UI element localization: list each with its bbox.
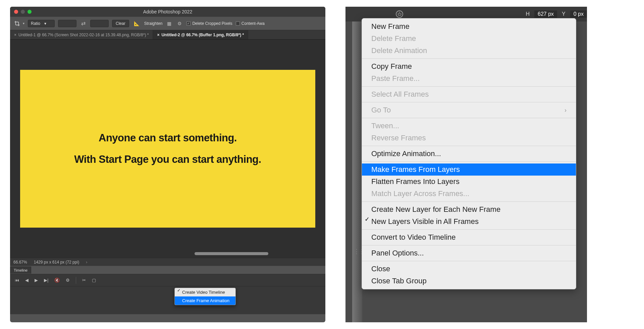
menu-paste-frame: Paste Frame...	[362, 73, 576, 85]
photoshop-window-left: Adobe Photoshop 2022 ▾ Ratio ▾ ⇄ Clear 📐…	[10, 7, 325, 322]
scissors-icon[interactable]: ✂	[82, 278, 86, 283]
status-bar: 66.67% 1429 px x 614 px (72 ppi) ›	[10, 258, 325, 266]
crop-tool-icon[interactable]	[13, 20, 21, 27]
chevron-right-icon: ›	[565, 107, 567, 114]
menu-delete-animation: Delete Animation	[362, 45, 576, 57]
checkbox-checked-icon: ✓	[186, 21, 191, 26]
goto-start-icon[interactable]: ⏮	[15, 278, 19, 283]
swap-icon[interactable]: ⇄	[80, 20, 87, 27]
next-frame-icon[interactable]: ▶|	[44, 278, 48, 283]
menu-separator	[362, 146, 576, 146]
height-input[interactable]	[90, 20, 109, 27]
menu-delete-frame: Delete Frame	[362, 33, 576, 45]
document-dimensions[interactable]: 1429 px x 614 px (72 ppi)	[34, 260, 79, 265]
prev-frame-icon[interactable]: ◀	[25, 278, 29, 283]
menu-match-layer: Match Layer Across Frames...	[362, 188, 576, 200]
close-icon[interactable]: ×	[157, 33, 159, 37]
clear-button[interactable]: Clear	[112, 20, 129, 27]
power-icon[interactable]: ⏻	[396, 10, 403, 18]
menu-optimize-animation[interactable]: Optimize Animation...	[362, 148, 576, 160]
straighten-label[interactable]: Straighten	[144, 21, 163, 26]
panel-edge	[352, 21, 362, 322]
document-tab[interactable]: × Untitled-2 @ 66.7% (Buffer 1.png, RGB/…	[153, 30, 248, 39]
check-icon: ✓	[177, 288, 180, 293]
timeline-tab[interactable]: Timeline	[10, 267, 31, 274]
timeline-create-popup: ✓ Create Video Timeline Create Frame Ani…	[174, 288, 236, 305]
height-label: H	[526, 11, 530, 17]
popup-item-label: Create Video Timeline	[175, 288, 235, 296]
menu-separator	[362, 58, 576, 59]
close-icon[interactable]: ×	[14, 33, 16, 37]
close-window-button[interactable]	[14, 10, 18, 14]
menu-separator	[362, 229, 576, 230]
y-value[interactable]: 0 px	[570, 10, 587, 18]
menu-tween: Tween...	[362, 120, 576, 132]
menu-separator	[362, 102, 576, 102]
titlebar: Adobe Photoshop 2022	[10, 7, 325, 17]
canvas-area[interactable]: Anyone can start something. With Start P…	[10, 40, 325, 258]
minimize-window-button[interactable]	[21, 10, 25, 14]
ruler-icon[interactable]: 📐	[132, 21, 141, 26]
popup-item-label: Create Frame Animation	[175, 296, 235, 305]
checkbox-icon	[236, 21, 240, 26]
menu-separator	[362, 261, 576, 261]
gear-icon[interactable]: ⚙	[176, 21, 183, 26]
ratio-select[interactable]: Ratio ▾	[28, 20, 55, 27]
horizontal-scrollbar[interactable]	[195, 252, 268, 255]
chevron-down-icon[interactable]: ▾	[23, 21, 24, 25]
menu-panel-options[interactable]: Panel Options...	[362, 247, 576, 259]
play-icon[interactable]: ▶	[35, 278, 38, 283]
gear-icon[interactable]: ⚙	[66, 278, 70, 283]
transition-icon[interactable]: ▢	[92, 278, 96, 283]
menu-close[interactable]: Close	[362, 263, 576, 275]
traffic-lights	[10, 10, 32, 14]
window-title: Adobe Photoshop 2022	[143, 9, 192, 14]
maximize-window-button[interactable]	[28, 10, 32, 14]
popup-item[interactable]: ✓ Create Video Timeline	[175, 288, 235, 296]
menu-new-layers-visible[interactable]: ✓ New Layers Visible in All Frames	[362, 216, 576, 228]
timeline-panel: ⏮ ◀ ▶ ▶| 🔇 ⚙ ✂ ▢ ✓ Create Video Timeline…	[10, 274, 325, 314]
timeline-context-menu: New Frame Delete Frame Delete Animation …	[362, 18, 576, 289]
menu-create-new-layer[interactable]: Create New Layer for Each New Frame	[362, 203, 576, 216]
divider	[76, 277, 76, 284]
document-tab-strip: × Untitled-1 @ 66.7% (Screen Shot 2022-0…	[10, 30, 325, 40]
chevron-right-icon[interactable]: ›	[86, 260, 87, 265]
timeline-panel-header: Timeline	[10, 266, 325, 274]
width-input[interactable]	[58, 20, 76, 27]
menu-separator	[362, 201, 576, 202]
document-canvas[interactable]: Anyone can start something. With Start P…	[20, 70, 315, 228]
canvas-text-line2: With Start Page you can start anything.	[74, 153, 261, 166]
photoshop-window-right: ⏻ H 627 px Y 0 px ⋮⋮⋮ New Frame Delete F…	[345, 7, 587, 322]
popup-item[interactable]: Create Frame Animation	[175, 296, 235, 305]
menu-flatten-frames[interactable]: Flatten Frames Into Layers	[362, 176, 576, 188]
menu-separator	[362, 86, 576, 87]
check-icon: ✓	[365, 216, 370, 223]
timeline-controls: ⏮ ◀ ▶ ▶| 🔇 ⚙ ✂ ▢	[10, 274, 325, 286]
mute-icon[interactable]: 🔇	[54, 278, 60, 283]
menu-go-to: Go To›	[362, 104, 576, 116]
tab-label: Untitled-2 @ 66.7% (Buffer 1.png, RGB/8*…	[161, 33, 244, 37]
menu-separator	[362, 118, 576, 118]
options-bar: ▾ Ratio ▾ ⇄ Clear 📐 Straighten ▦ ⚙ ✓ Del…	[10, 17, 325, 30]
menu-convert-video-timeline[interactable]: Convert to Video Timeline	[362, 231, 576, 243]
delete-cropped-checkbox[interactable]: ✓ Delete Cropped Pixels	[186, 21, 232, 26]
y-label: Y	[562, 11, 566, 17]
menu-copy-frame[interactable]: Copy Frame	[362, 60, 576, 73]
document-tab[interactable]: × Untitled-1 @ 66.7% (Screen Shot 2022-0…	[10, 30, 153, 39]
tab-label: Untitled-1 @ 66.7% (Screen Shot 2022-02-…	[18, 33, 149, 37]
menu-close-tab-group[interactable]: Close Tab Group	[362, 275, 576, 287]
menu-separator	[362, 161, 576, 162]
menu-new-frame[interactable]: New Frame	[362, 20, 576, 33]
zoom-level[interactable]: 66.67%	[13, 260, 27, 265]
height-value[interactable]: 627 px	[534, 10, 557, 18]
panel-body: ⋮⋮⋮ New Frame Delete Frame Delete Animat…	[345, 21, 587, 322]
menu-make-frames-from-layers[interactable]: Make Frames From Layers	[362, 163, 576, 176]
grid-icon[interactable]: ▦	[166, 21, 173, 26]
menu-separator	[362, 245, 576, 245]
canvas-text-line1: Anyone can start something.	[99, 132, 237, 144]
content-aware-checkbox[interactable]: Content-Awa	[236, 21, 265, 26]
menu-select-all-frames: Select All Frames	[362, 88, 576, 100]
menu-reverse-frames: Reverse Frames	[362, 132, 576, 144]
